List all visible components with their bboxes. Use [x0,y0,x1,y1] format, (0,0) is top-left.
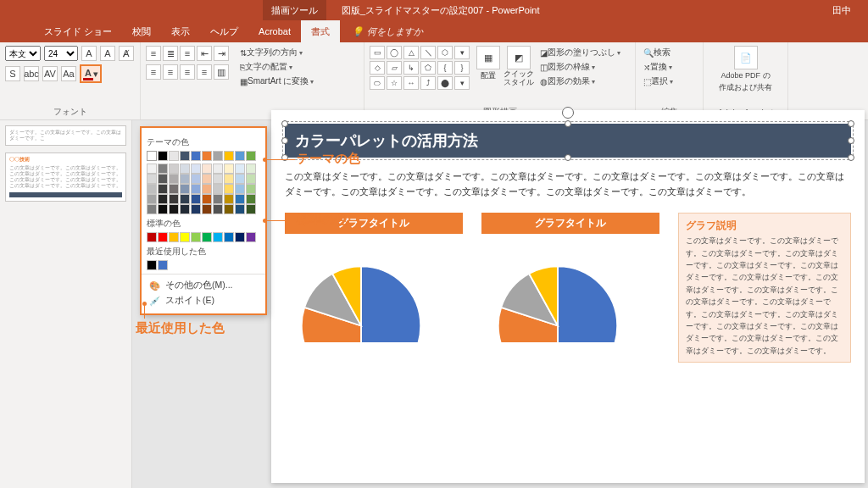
color-swatch[interactable] [169,194,179,204]
color-swatch[interactable] [235,204,245,214]
tab-format[interactable]: 書式 [301,20,340,42]
color-swatch[interactable] [191,184,201,194]
shapes-gallery[interactable]: ▭◯△＼⬡▾ ◇▱↳⬠{} ⬭☆↔⤴⬤▾ [370,46,470,90]
color-swatch[interactable] [191,232,201,242]
color-swatch[interactable] [202,174,212,184]
numbering-icon[interactable]: ≡ [180,46,195,61]
tab-view[interactable]: 表示 [161,20,200,42]
color-swatch[interactable] [202,232,212,242]
shape-fill-button[interactable]: ◪ 図形の塗りつぶし▾ [537,46,623,59]
color-swatch[interactable] [180,174,190,184]
font-color-button[interactable]: A▾ [80,64,102,83]
change-case-icon[interactable]: Aa [61,66,76,81]
color-swatch[interactable] [180,151,190,161]
color-swatch[interactable] [180,204,190,214]
bullets-icon[interactable]: ≣ [163,46,178,61]
color-swatch[interactable] [224,204,234,214]
font-size-select[interactable]: 24 [44,46,78,61]
eyedropper-item[interactable]: 💉 スポイト(E) [147,293,260,308]
color-swatch[interactable] [246,194,256,204]
color-swatch[interactable] [158,164,168,174]
color-swatch[interactable] [180,184,190,194]
indent-dec-icon[interactable]: ⇤ [197,46,212,61]
slide-body-text[interactable]: この文章はダミーです。この文章はダミーです。この文章はダミーです。この文章はダミ… [285,169,851,199]
decrease-font-icon[interactable]: A [100,46,115,61]
color-swatch[interactable] [202,204,212,214]
color-swatch[interactable] [147,151,157,161]
color-swatch[interactable] [246,164,256,174]
color-swatch[interactable] [235,151,245,161]
color-swatch[interactable] [158,260,168,270]
chart-2[interactable]: グラフタイトル [481,213,659,363]
tab-review[interactable]: 校閲 [122,20,161,42]
chart-description-box[interactable]: グラフ説明 この文章はダミーです。この文章はダミーです。この文章はダミーです。こ… [678,213,851,363]
color-swatch[interactable] [158,204,168,214]
char-spacing-icon[interactable]: AV [42,66,58,81]
tab-slideshow[interactable]: スライド ショー [34,20,122,42]
color-swatch[interactable] [235,194,245,204]
color-swatch[interactable] [147,174,157,184]
color-swatch[interactable] [169,174,179,184]
color-swatch[interactable] [158,174,168,184]
color-swatch[interactable] [158,232,168,242]
color-swatch[interactable] [235,174,245,184]
color-swatch[interactable] [169,151,179,161]
color-swatch[interactable] [213,184,223,194]
color-swatch[interactable] [180,164,190,174]
color-swatch[interactable] [147,164,157,174]
color-swatch[interactable] [213,194,223,204]
color-swatch[interactable] [213,151,223,161]
adobe-pdf-icon[interactable]: 📄 [734,46,758,69]
color-swatch[interactable] [191,204,201,214]
color-swatch[interactable] [202,164,212,174]
indent-inc-icon[interactable]: ⇥ [214,46,229,61]
color-swatch[interactable] [147,184,157,194]
tell-me[interactable]: 💡 何をしますか [352,25,423,38]
more-colors-item[interactable]: 🎨 その他の色(M)... [147,278,260,293]
text-direction-button[interactable]: ⇅ 文字列の方向▾ [237,46,316,59]
color-swatch[interactable] [169,164,179,174]
arrange-button[interactable]: ▦ [476,46,500,69]
color-swatch[interactable] [246,232,256,242]
color-swatch[interactable] [158,194,168,204]
align-left-icon[interactable]: ≡ [146,46,161,61]
color-swatch[interactable] [224,232,234,242]
color-swatch[interactable] [169,232,179,242]
slide-canvas[interactable]: カラーパレットの活用方法 この文章はダミーです。この文章はダミーです。この文章は… [271,110,865,483]
color-swatch[interactable] [213,174,223,184]
columns-icon[interactable]: ▥ [214,64,229,80]
rotate-handle-icon[interactable] [562,107,574,119]
color-swatch[interactable] [180,232,190,242]
color-swatch[interactable] [224,151,234,161]
color-swatch[interactable] [246,184,256,194]
subscript-icon[interactable]: abc [24,66,39,81]
color-swatch[interactable] [213,204,223,214]
align-r-icon[interactable]: ≡ [180,64,195,80]
color-swatch[interactable] [224,194,234,204]
tab-acrobat[interactable]: Acrobat [248,20,301,42]
color-swatch[interactable] [235,184,245,194]
find-button[interactable]: 🔍 検索 [641,46,698,59]
align-l-icon[interactable]: ≡ [146,64,161,80]
convert-smartart-button[interactable]: ▦ SmartArt に変換▾ [237,75,316,88]
chart-1[interactable]: グラフタイトル [285,213,463,363]
color-swatch[interactable] [158,151,168,161]
color-swatch[interactable] [147,232,157,242]
align-j-icon[interactable]: ≡ [197,64,212,80]
color-swatch[interactable] [213,232,223,242]
color-swatch[interactable] [147,194,157,204]
clear-format-icon[interactable]: A̸ [119,46,134,61]
color-swatch[interactable] [191,164,201,174]
color-swatch[interactable] [191,151,201,161]
slide-thumb-2[interactable]: 〇〇技術 この文章はダミーです。この文章はダミーです。この文章はダミーです。この… [5,152,126,202]
slide-thumb-1[interactable]: ダミーです。この文章はダミーです。この文章はダミーです。こ [5,125,126,146]
slide-title[interactable]: カラーパレットの活用方法 [285,124,851,158]
color-swatch[interactable] [235,164,245,174]
replace-button[interactable]: ⤭ 置換▾ [641,60,698,74]
color-swatch[interactable] [202,151,212,161]
color-swatch[interactable] [246,151,256,161]
text-align-button[interactable]: ⎘ 文字の配置▾ [237,60,316,74]
color-swatch[interactable] [147,260,157,270]
color-swatch[interactable] [202,194,212,204]
color-swatch[interactable] [224,164,234,174]
